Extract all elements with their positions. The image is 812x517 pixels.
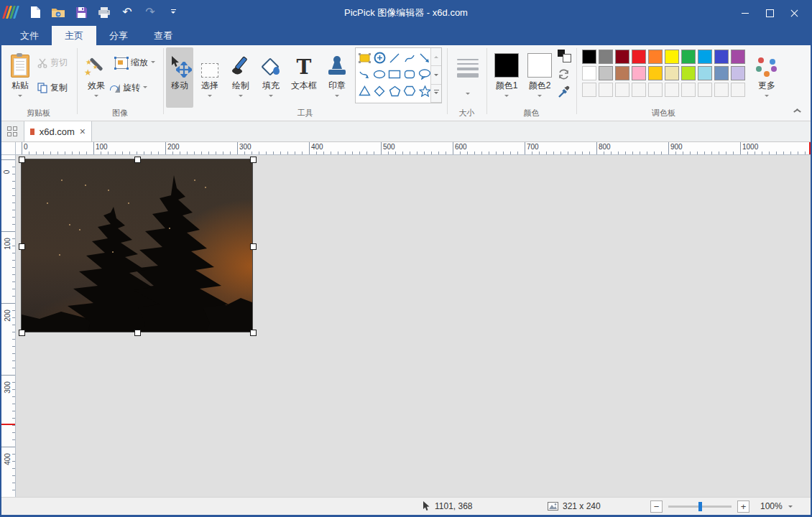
palette-swatch[interactable]	[714, 66, 729, 80]
zoom-slider[interactable]	[668, 506, 732, 508]
palette-swatch[interactable]	[665, 50, 679, 64]
palette-swatch[interactable]	[582, 50, 596, 64]
effects-button[interactable]: ★ ★ ★ 效果	[81, 47, 111, 108]
selection-handle-w[interactable]	[19, 243, 25, 250]
draw-tool-button[interactable]: 绘制	[227, 47, 254, 108]
tab-close-icon[interactable]: ×	[80, 126, 86, 136]
palette-swatch[interactable]	[599, 50, 613, 64]
color1-button[interactable]: 颜色1	[492, 47, 522, 108]
selection-handle-sw[interactable]	[19, 330, 25, 336]
eyedropper-button[interactable]	[558, 85, 571, 98]
textbox-tool-button[interactable]: T 文本框	[287, 47, 320, 108]
palette-swatch[interactable]	[681, 83, 696, 97]
more-colors-button[interactable]: 更多	[752, 47, 782, 108]
shape-star[interactable]	[417, 83, 432, 99]
palette-swatch[interactable]	[648, 50, 663, 64]
tab-file[interactable]: 文件	[7, 26, 52, 45]
shape-rounded-rectangle[interactable]	[402, 66, 417, 83]
image[interactable]	[22, 159, 252, 332]
palette-swatch[interactable]	[615, 66, 629, 80]
shape-speech-bubble[interactable]	[417, 66, 432, 83]
palette-swatch[interactable]	[731, 50, 745, 64]
tab-view[interactable]: 查看	[141, 26, 185, 45]
collapse-ribbon-button[interactable]	[793, 108, 800, 113]
selection-handle-e[interactable]	[250, 243, 257, 250]
selection-handle-s[interactable]	[134, 330, 141, 336]
palette-swatch[interactable]	[599, 66, 613, 80]
tab-home[interactable]: 主页	[52, 26, 96, 45]
palette-swatch[interactable]	[698, 83, 712, 97]
tab-share[interactable]: 分享	[96, 26, 141, 45]
shape-rectangle[interactable]	[387, 66, 402, 83]
selection-handle-se[interactable]	[250, 330, 257, 336]
color2-button[interactable]: 颜色2	[525, 47, 555, 108]
palette-swatch[interactable]	[665, 66, 679, 80]
palette-swatch[interactable]	[599, 83, 613, 97]
zoom-out-button[interactable]: −	[650, 500, 663, 513]
palette-swatch[interactable]	[731, 83, 745, 97]
shape-ellipse[interactable]	[372, 66, 387, 83]
rotate-colors-button[interactable]	[558, 68, 570, 80]
swap-colors-button[interactable]	[558, 50, 571, 61]
gallery-expand-button[interactable]	[431, 85, 441, 103]
clipboard-group-label: 剪贴板	[0, 108, 77, 118]
resize-button[interactable]: 缩放	[115, 57, 155, 69]
gallery-scroll-up-button[interactable]	[431, 48, 441, 66]
gallery-scroll-down-button[interactable]	[431, 66, 441, 84]
ruler-tick	[208, 152, 209, 154]
shape-diamond[interactable]	[372, 83, 387, 99]
zoom-in-button[interactable]: +	[737, 500, 749, 513]
palette-swatch[interactable]	[632, 50, 646, 64]
shape-arrow[interactable]	[417, 50, 432, 66]
shape-pentagon[interactable]	[387, 83, 402, 99]
close-button[interactable]	[782, 0, 806, 26]
palette-swatch[interactable]	[714, 83, 729, 97]
title-bar: ↶ ↷ PicPick 图像编辑器 - x6d.com	[0, 0, 812, 26]
shape-curve[interactable]	[402, 50, 417, 66]
selection-handle-n[interactable]	[134, 157, 141, 163]
palette-swatch[interactable]	[665, 83, 679, 97]
line-size-button[interactable]	[453, 47, 483, 108]
window-list-button[interactable]	[3, 123, 22, 139]
palette-swatch[interactable]	[714, 50, 729, 64]
shape-ellipse-plus[interactable]	[372, 50, 387, 66]
zoom-slider-thumb[interactable]	[698, 502, 702, 511]
selection-handle-nw[interactable]	[19, 157, 25, 163]
swap-colors-icon	[558, 50, 571, 61]
ruler-label: 300	[0, 376, 14, 398]
stamp-tool-button[interactable]: 印章	[323, 47, 351, 108]
palette-swatch[interactable]	[632, 83, 646, 97]
shape-triangle[interactable]	[357, 83, 372, 99]
maximize-button[interactable]	[757, 0, 782, 26]
shape-highlight[interactable]	[357, 50, 372, 66]
palette-swatch[interactable]	[615, 83, 629, 97]
cut-button[interactable]: 剪切	[37, 57, 68, 69]
move-tool-button[interactable]: 移动	[166, 47, 193, 108]
palette-swatch[interactable]	[582, 83, 596, 97]
canvas[interactable]	[16, 155, 812, 498]
ruler-label: 300	[239, 143, 252, 151]
document-tab-x6d[interactable]: x6d.com ×	[24, 121, 92, 141]
minimize-button[interactable]	[733, 0, 757, 26]
palette-swatch[interactable]	[698, 66, 712, 80]
palette-swatch[interactable]	[632, 66, 646, 80]
palette-swatch[interactable]	[681, 50, 696, 64]
fill-tool-button[interactable]: 填充	[257, 47, 285, 108]
rotate-button[interactable]: 旋转	[115, 82, 147, 94]
palette-swatch[interactable]	[731, 66, 745, 80]
select-tool-button[interactable]: 选择	[196, 47, 223, 108]
palette-swatch[interactable]	[582, 66, 596, 80]
palette-swatch[interactable]	[681, 66, 696, 80]
palette-swatch[interactable]	[648, 66, 663, 80]
shape-hexagon[interactable]	[402, 83, 417, 99]
ruler-tick	[12, 360, 15, 361]
copy-button[interactable]: 复制	[37, 82, 68, 94]
palette-swatch[interactable]	[648, 83, 663, 97]
shape-line[interactable]	[387, 50, 402, 66]
shape-curve-arrow[interactable]	[357, 66, 372, 83]
selection-handle-ne[interactable]	[250, 157, 257, 163]
palette-swatch[interactable]	[615, 50, 629, 64]
zoom-level-dropdown[interactable]: 100%	[760, 498, 793, 515]
palette-swatch[interactable]	[698, 50, 712, 64]
paste-button[interactable]: 粘贴	[6, 47, 34, 108]
